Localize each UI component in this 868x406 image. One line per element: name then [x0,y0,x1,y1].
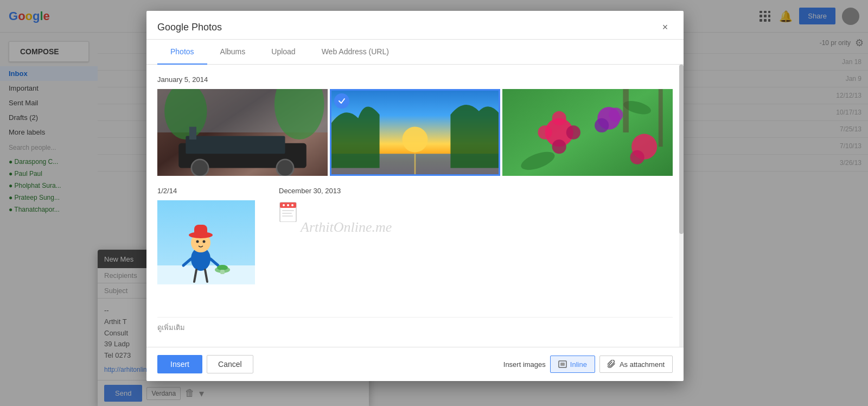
svg-point-6 [192,160,208,176]
selected-check-badge [334,93,349,109]
tab-albums[interactable]: Albums [207,40,259,65]
svg-rect-45 [282,210,294,211]
insert-images-label: Insert images [503,360,546,369]
date-label-1: January 5, 2014 [157,75,673,84]
dialog-scrollbar-thumb [679,65,684,234]
svg-rect-5 [186,136,285,154]
svg-rect-46 [282,213,292,214]
inline-label: Inline [570,360,587,369]
svg-rect-8 [189,127,196,140]
svg-rect-33 [194,225,207,237]
google-photos-dialog: Google Photos × Photos Albums Upload Web… [146,11,684,381]
svg-point-15 [552,111,566,125]
tab-photos[interactable]: Photos [157,40,207,65]
sections-row: 1/2/14 [157,187,673,284]
dialog-content: January 5, 2014 [146,65,684,347]
dialog-title: Google Photos [157,22,222,33]
tab-upload[interactable]: Upload [258,40,308,65]
document-icon [279,200,301,222]
svg-point-23 [630,150,644,164]
insert-options: Insert images Inline As attachment [503,356,673,373]
section-1-2-14: 1/2/14 [157,187,277,284]
inline-option[interactable]: Inline [550,356,595,373]
doc-icon-area [279,200,673,224]
photo-sunset[interactable] [330,89,500,176]
svg-point-20 [595,118,609,132]
date-label-3: December 30, 2013 [279,187,673,195]
svg-point-11 [402,127,427,153]
svg-point-16 [538,125,552,139]
date-label-2: 1/2/14 [157,187,277,195]
dialog-close-button[interactable]: × [658,20,673,35]
attachment-icon [608,360,616,369]
dialog-footer: Insert Cancel Insert images Inline As at… [146,347,684,381]
svg-rect-27 [659,89,663,147]
section-dec-30: December 30, 2013 [279,187,673,224]
footer-buttons: Insert Cancel [157,355,253,373]
svg-point-35 [203,240,206,243]
attachment-label: As attachment [620,360,665,369]
inline-icon [558,360,567,369]
svg-point-48 [283,204,285,206]
svg-rect-26 [623,89,628,132]
svg-point-17 [566,125,580,139]
svg-point-50 [291,204,293,206]
svg-point-34 [196,240,199,243]
svg-point-21 [609,107,623,122]
svg-point-7 [277,160,293,176]
photo-flowers[interactable] [502,89,673,176]
dialog-scrollbar[interactable] [679,65,684,347]
svg-point-18 [552,139,566,154]
attachment-option[interactable]: As attachment [599,356,673,373]
svg-point-49 [287,204,289,206]
insert-button[interactable]: Insert [157,355,202,373]
svg-rect-52 [560,363,565,366]
photos-row-1 [157,89,673,176]
photo-train[interactable] [157,89,328,176]
dialog-titlebar: Google Photos × [146,11,684,40]
svg-point-41 [217,265,228,270]
tab-url[interactable]: Web Address (URL) [309,40,402,65]
photo-cartoon[interactable] [157,200,255,284]
svg-rect-42 [220,270,225,274]
cancel-button[interactable]: Cancel [207,355,253,373]
dialog-tabs: Photos Albums Upload Web Address (URL) [146,40,684,65]
more-label: ดูเพิ่มเติม [157,317,673,333]
svg-rect-47 [282,215,293,217]
